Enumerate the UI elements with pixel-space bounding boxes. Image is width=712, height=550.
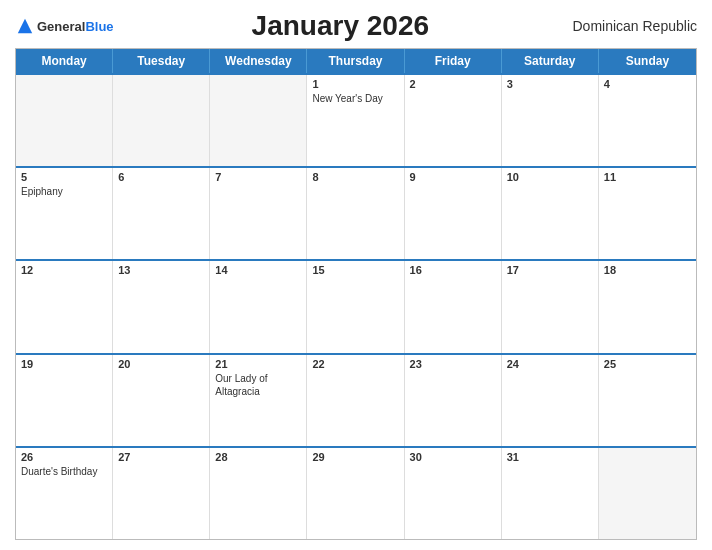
day-cell: 22 (307, 355, 404, 446)
day-number: 11 (604, 171, 691, 183)
day-cell: 6 (113, 168, 210, 259)
col-header-friday: Friday (405, 49, 502, 73)
day-number: 24 (507, 358, 593, 370)
day-number: 16 (410, 264, 496, 276)
day-number: 31 (507, 451, 593, 463)
day-event: New Year's Day (312, 92, 398, 105)
day-cell: 3 (502, 75, 599, 166)
day-number: 25 (604, 358, 691, 370)
logo-text-general: General (37, 19, 85, 34)
day-number: 26 (21, 451, 107, 463)
day-cell (113, 75, 210, 166)
day-number: 19 (21, 358, 107, 370)
col-header-saturday: Saturday (502, 49, 599, 73)
week-row-2: 12131415161718 (16, 259, 696, 352)
day-cell: 28 (210, 448, 307, 539)
day-number: 17 (507, 264, 593, 276)
day-number: 23 (410, 358, 496, 370)
day-cell: 9 (405, 168, 502, 259)
day-number: 14 (215, 264, 301, 276)
col-header-tuesday: Tuesday (113, 49, 210, 73)
week-row-0: 1New Year's Day234 (16, 73, 696, 166)
day-event: Our Lady of Altagracia (215, 372, 301, 398)
day-cell: 17 (502, 261, 599, 352)
page-title: January 2026 (114, 10, 567, 42)
week-row-4: 26Duarte's Birthday2728293031 (16, 446, 696, 539)
day-number: 22 (312, 358, 398, 370)
day-cell: 26Duarte's Birthday (16, 448, 113, 539)
country-label: Dominican Republic (567, 18, 697, 34)
day-cell: 13 (113, 261, 210, 352)
day-cell: 14 (210, 261, 307, 352)
col-header-sunday: Sunday (599, 49, 696, 73)
day-number: 5 (21, 171, 107, 183)
col-header-thursday: Thursday (307, 49, 404, 73)
day-number: 10 (507, 171, 593, 183)
day-cell: 4 (599, 75, 696, 166)
day-cell: 21Our Lady of Altagracia (210, 355, 307, 446)
day-cell: 12 (16, 261, 113, 352)
day-event: Epiphany (21, 185, 107, 198)
day-number: 12 (21, 264, 107, 276)
day-number: 13 (118, 264, 204, 276)
day-number: 20 (118, 358, 204, 370)
day-cell: 5Epiphany (16, 168, 113, 259)
day-cell: 19 (16, 355, 113, 446)
day-number: 21 (215, 358, 301, 370)
calendar-header: MondayTuesdayWednesdayThursdayFridaySatu… (16, 49, 696, 73)
header: GeneralBlue January 2026 Dominican Repub… (15, 10, 697, 42)
logo: GeneralBlue (15, 17, 114, 35)
day-cell: 31 (502, 448, 599, 539)
day-cell: 27 (113, 448, 210, 539)
day-number: 1 (312, 78, 398, 90)
day-number: 27 (118, 451, 204, 463)
col-header-wednesday: Wednesday (210, 49, 307, 73)
calendar-body: 1New Year's Day2345Epiphany6789101112131… (16, 73, 696, 539)
day-cell: 10 (502, 168, 599, 259)
day-cell: 7 (210, 168, 307, 259)
logo-icon (16, 17, 34, 35)
day-cell: 2 (405, 75, 502, 166)
day-number: 29 (312, 451, 398, 463)
svg-marker-0 (18, 19, 32, 33)
day-cell: 16 (405, 261, 502, 352)
day-number: 9 (410, 171, 496, 183)
day-number: 7 (215, 171, 301, 183)
day-cell: 11 (599, 168, 696, 259)
day-number: 30 (410, 451, 496, 463)
day-cell (210, 75, 307, 166)
logo-text-blue: Blue (85, 19, 113, 34)
col-header-monday: Monday (16, 49, 113, 73)
day-cell: 18 (599, 261, 696, 352)
day-number: 3 (507, 78, 593, 90)
day-number: 8 (312, 171, 398, 183)
day-cell: 24 (502, 355, 599, 446)
day-event: Duarte's Birthday (21, 465, 107, 478)
day-cell: 30 (405, 448, 502, 539)
page: GeneralBlue January 2026 Dominican Repub… (0, 0, 712, 550)
day-number: 2 (410, 78, 496, 90)
day-cell: 25 (599, 355, 696, 446)
day-number: 15 (312, 264, 398, 276)
week-row-1: 5Epiphany67891011 (16, 166, 696, 259)
day-cell: 23 (405, 355, 502, 446)
day-cell (599, 448, 696, 539)
day-cell: 15 (307, 261, 404, 352)
calendar: MondayTuesdayWednesdayThursdayFridaySatu… (15, 48, 697, 540)
day-number: 28 (215, 451, 301, 463)
day-cell (16, 75, 113, 166)
day-number: 18 (604, 264, 691, 276)
day-cell: 20 (113, 355, 210, 446)
week-row-3: 192021Our Lady of Altagracia22232425 (16, 353, 696, 446)
day-number: 6 (118, 171, 204, 183)
day-cell: 8 (307, 168, 404, 259)
day-cell: 29 (307, 448, 404, 539)
day-cell: 1New Year's Day (307, 75, 404, 166)
day-number: 4 (604, 78, 691, 90)
